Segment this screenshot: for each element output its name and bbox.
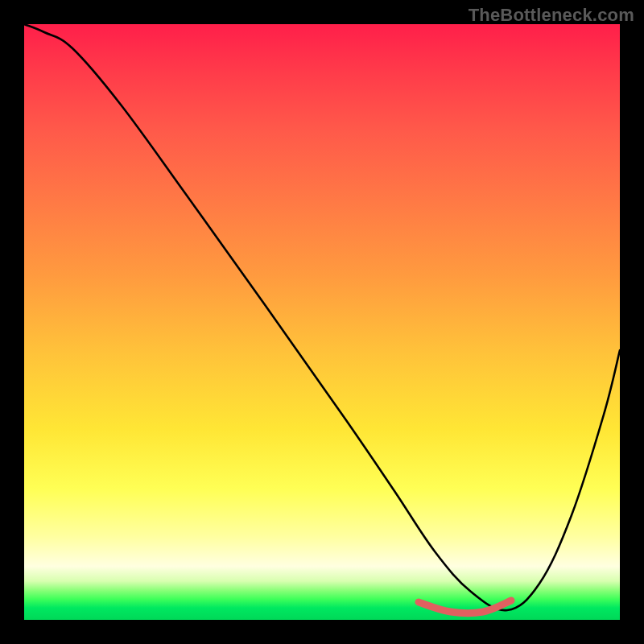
optimal-range-highlight [419,601,511,613]
watermark-text: TheBottleneck.com [469,5,634,26]
plot-area [24,24,620,620]
bottleneck-curve [24,24,620,610]
curve-overlay [24,24,620,620]
chart-frame: TheBottleneck.com [0,0,644,644]
